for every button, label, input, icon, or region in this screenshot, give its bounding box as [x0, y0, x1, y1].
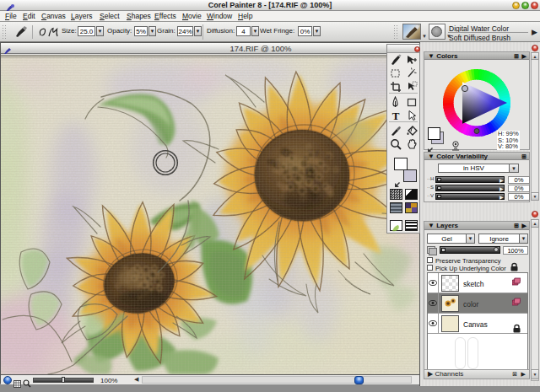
svg-text:T: T — [392, 110, 400, 121]
